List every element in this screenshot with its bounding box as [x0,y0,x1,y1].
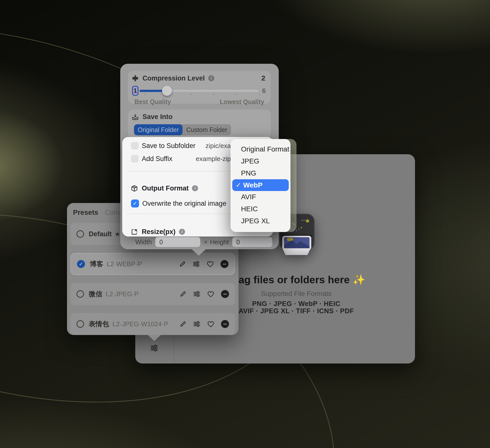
minus-circle-icon[interactable] [221,290,229,298]
overwrite-checkbox[interactable]: ✓ [131,200,139,208]
compression-slider[interactable] [140,90,259,92]
sliders-icon [150,344,158,352]
menu-item-png[interactable]: PNG [230,167,290,179]
pencil-icon[interactable] [180,290,186,298]
sliders-icon[interactable] [192,260,200,268]
width-label: Width [135,238,152,246]
height-label: Height [210,238,229,246]
preset-row-sticker[interactable]: 表情包 L2·JPEG·W1024·P [70,313,235,335]
save-tray-icon [132,114,138,120]
preset-spec: L2·WEBP·P [107,260,179,268]
settings-popover-tail [191,249,206,256]
radio-icon[interactable] [76,320,84,328]
heart-icon[interactable] [207,290,214,298]
star-icon: ★ [115,230,120,238]
output-format-label: Output Format [142,184,188,192]
multiply-icon: × [204,238,208,246]
preset-row-blog[interactable]: ✓ 博客 L2·WEBP·P [70,253,235,275]
preset-name: 表情包 [89,320,109,328]
format-menu: Original Format JPEG PNG ✓ WebP AVIF HEI… [230,139,290,232]
menu-item-webp[interactable]: ✓ WebP [232,179,289,191]
check-circle-icon[interactable]: ✓ [77,260,85,268]
pencil-icon[interactable] [180,320,186,328]
presets-toggle-button[interactable] [150,344,158,352]
preset-name: 博客 [90,260,103,268]
cube-icon [131,185,138,192]
save-into-card: Save Into Original Folder Custom Folder [128,110,271,138]
compression-value: 2 [261,74,265,82]
menu-item-label: WebP [243,181,262,189]
width-input[interactable] [155,237,200,247]
compression-label: Compression Level [142,74,205,82]
preset-spec: L2·JPEG·W1024·P [112,320,180,328]
menu-item-jpeg-xl[interactable]: JPEG XL [230,215,290,227]
menu-item-heic[interactable]: HEIC [230,203,290,215]
subfolder-label: Save to Subfolder [142,142,206,150]
minus-circle-icon[interactable] [221,320,229,328]
resize-label: Resize(px) [142,228,176,236]
radio-icon[interactable] [76,290,84,298]
info-icon[interactable]: i [192,185,198,191]
preset-row-wechat[interactable]: 微信 L2·JPEG·P [70,283,235,305]
compression-max: 6 [262,87,266,95]
heart-icon[interactable] [206,260,214,268]
suffix-label: Add Suffix [142,155,196,163]
compression-min-badge: 1 [132,86,138,96]
sparkles-icon: ✨ [352,274,365,286]
preset-name: 微信 [89,290,102,298]
pencil-icon[interactable] [179,260,186,268]
preset-spec: L2·JPEG·P [106,290,180,298]
presets-panel-tail [147,334,161,341]
info-icon[interactable]: i [179,229,185,235]
tab-presets[interactable]: Presets [73,208,98,216]
overwrite-label: Overwrite the original image [142,200,226,208]
menu-item-original-format[interactable]: Original Format [230,143,290,155]
slider-thumb[interactable] [162,86,172,96]
radio-icon[interactable] [76,230,84,238]
menu-item-jpeg[interactable]: JPEG [230,155,290,167]
lowest-quality-label: Lowest Quality [220,98,264,106]
save-into-segmented-control: Original Folder Custom Folder [134,124,231,135]
sliders-icon[interactable] [193,320,200,328]
sliders-icon[interactable] [193,290,200,298]
minus-circle-icon[interactable] [220,260,228,268]
best-quality-label: Best Quality [134,98,171,106]
compress-icon [132,75,138,82]
menu-item-avif[interactable]: AVIF [230,191,290,203]
compression-card: Compression Level i 2 1 6 Best Quality L… [128,71,271,104]
check-icon: ✓ [236,181,241,189]
save-into-label: Save Into [142,113,172,121]
custom-folder-segment[interactable]: Custom Folder [182,124,231,135]
info-icon[interactable]: i [208,75,214,81]
resize-icon [131,228,138,235]
heart-icon[interactable] [207,320,214,328]
resize-inputs-row: Width × Height [135,237,272,247]
original-folder-segment[interactable]: Original Folder [134,124,182,135]
height-input[interactable] [232,237,272,247]
suffix-checkbox[interactable] [131,155,138,162]
subfolder-checkbox[interactable] [131,142,138,150]
preset-name: Default [89,230,112,238]
